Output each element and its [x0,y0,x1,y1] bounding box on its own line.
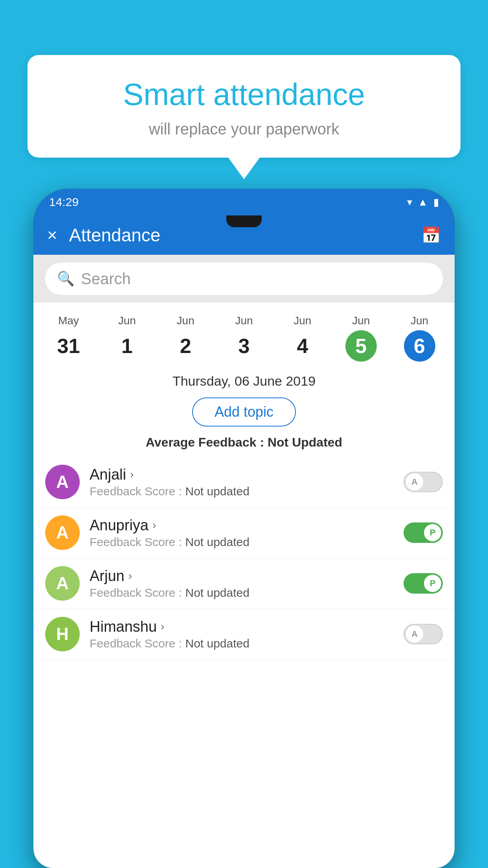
student-avatar: A [45,515,80,550]
student-info: Himanshu ›Feedback Score : Not updated [90,618,404,650]
calendar-day[interactable]: Jun4 [273,311,332,366]
avg-feedback-value: Not Updated [268,435,342,449]
attendance-toggle[interactable]: A [404,472,443,492]
calendar-day[interactable]: Jun1 [98,311,156,366]
student-item[interactable]: AAnjali ›Feedback Score : Not updatedA [33,457,455,508]
calendar-date: 3 [228,330,260,362]
feedback-value: Not updated [185,637,249,650]
student-feedback: Feedback Score : Not updated [90,535,404,549]
speech-bubble-title: Smart attendance [51,77,437,112]
feedback-value: Not updated [185,535,249,548]
student-name: Arjun › [90,568,404,585]
calendar-day[interactable]: Jun6 [390,311,449,366]
student-avatar: A [45,465,80,499]
attendance-toggle[interactable]: A [404,624,443,644]
status-icons: ▾ ▲ ▮ [407,196,439,208]
average-feedback: Average Feedback : Not Updated [33,431,455,457]
student-item[interactable]: HHimanshu ›Feedback Score : Not updatedA [33,609,455,660]
calendar-month: Jun [275,314,330,327]
chevron-icon: › [152,519,156,531]
calendar-month: Jun [100,314,154,327]
calendar-row: May31Jun1Jun2Jun3Jun4Jun5Jun6 [33,303,455,366]
calendar-date: 4 [287,330,318,362]
speech-bubble-arrow [228,158,260,179]
student-feedback: Feedback Score : Not updated [90,586,404,600]
calendar-day[interactable]: Jun5 [332,311,390,366]
student-info: Anupriya ›Feedback Score : Not updated [90,517,404,549]
toggle-knob: A [406,473,423,491]
student-item[interactable]: AArjun ›Feedback Score : Not updatedP [33,558,455,609]
calendar-date: 5 [345,330,377,362]
chevron-icon: › [130,468,134,481]
calendar-date: 6 [404,330,435,362]
speech-bubble-subtitle: will replace your paperwork [51,120,437,138]
calendar-icon[interactable]: 📅 [421,226,441,245]
student-feedback: Feedback Score : Not updated [90,637,404,650]
student-info: Anjali ›Feedback Score : Not updated [90,466,404,498]
toggle-knob: P [424,575,441,592]
chevron-icon: › [161,620,164,633]
search-bar-container: 🔍 Search [33,255,455,303]
student-item[interactable]: AAnupriya ›Feedback Score : Not updatedP [33,508,455,558]
calendar-month: May [41,314,96,327]
calendar-day[interactable]: May31 [39,311,98,366]
attendance-toggle[interactable]: P [404,522,443,543]
calendar-day[interactable]: Jun3 [215,311,273,366]
student-name: Anupriya › [90,517,404,534]
phone-frame: 14:29 ▾ ▲ ▮ × Attendance 📅 🔍 Search [33,189,455,868]
chevron-icon: › [128,570,132,582]
toggle-knob: A [406,625,423,643]
status-time: 14:29 [49,195,79,209]
signal-icon: ▲ [418,196,428,208]
student-feedback: Feedback Score : Not updated [90,485,404,498]
app-content: 🔍 Search May31Jun1Jun2Jun3Jun4Jun5Jun6 T… [33,255,455,868]
student-avatar: H [45,617,80,651]
speech-bubble-container: Smart attendance will replace your paper… [28,55,460,179]
attendance-toggle[interactable]: P [404,573,443,594]
search-placeholder: Search [81,270,131,288]
feedback-value: Not updated [185,485,249,498]
student-name: Himanshu › [90,618,404,635]
calendar-month: Jun [334,314,388,327]
toggle-knob: P [424,524,441,541]
wifi-icon: ▾ [407,196,412,208]
speech-bubble: Smart attendance will replace your paper… [28,55,460,158]
student-info: Arjun ›Feedback Score : Not updated [90,568,404,600]
status-bar: 14:29 ▾ ▲ ▮ [33,189,455,215]
feedback-value: Not updated [185,586,249,599]
selected-date-label: Thursday, 06 June 2019 [33,366,455,393]
student-avatar: A [45,566,80,601]
student-list: AAnjali ›Feedback Score : Not updatedAAA… [33,457,455,660]
calendar-date: 2 [170,330,201,362]
student-name: Anjali › [90,466,404,483]
search-icon: 🔍 [57,270,75,287]
calendar-month: Jun [217,314,272,327]
avg-feedback-label: Average Feedback : [146,435,268,449]
close-button[interactable]: × [47,225,57,245]
phone-inner: 14:29 ▾ ▲ ▮ × Attendance 📅 🔍 Search [33,189,455,868]
calendar-date: 31 [53,330,84,362]
calendar-month: Jun [158,314,213,327]
app-bar-title: Attendance [69,224,421,246]
add-topic-button[interactable]: Add topic [192,397,296,427]
search-bar[interactable]: 🔍 Search [45,263,443,295]
notch [226,215,262,227]
calendar-day[interactable]: Jun2 [156,311,215,366]
calendar-month: Jun [392,314,447,327]
battery-icon: ▮ [433,196,439,208]
calendar-date: 1 [111,330,143,362]
